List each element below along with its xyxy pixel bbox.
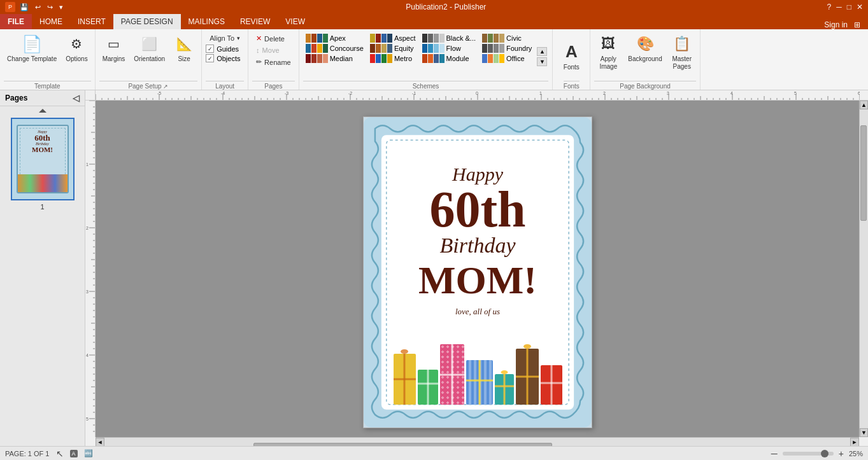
margins-button[interactable]: ▭ Margins bbox=[99, 32, 129, 65]
pages-panel: Pages ◁ Happy 60th Birthday MOM! bbox=[0, 90, 85, 446]
canvas-content: Happy 60th Birthday MOM! love, all of us bbox=[96, 101, 859, 437]
master-pages-button[interactable]: 📋 MasterPages bbox=[668, 32, 696, 73]
present-2 bbox=[418, 370, 438, 405]
more-button[interactable]: ▾ bbox=[57, 3, 65, 12]
tab-file[interactable]: FILE bbox=[0, 14, 32, 29]
ribbon-expand-icon[interactable]: ⊞ bbox=[854, 20, 860, 29]
tab-mailings[interactable]: MAILINGS bbox=[181, 14, 232, 29]
pages-collapse-button[interactable]: ◁ bbox=[73, 93, 80, 103]
schemes-section: Apex Concourse bbox=[299, 29, 553, 90]
ribbon-v-3 bbox=[451, 344, 453, 405]
orientation-icon: ⬜ bbox=[139, 34, 160, 54]
svg-text:-2: -2 bbox=[348, 91, 352, 95]
help-button[interactable]: ? bbox=[827, 3, 832, 11]
svg-text:-5: -5 bbox=[157, 91, 161, 95]
scheme-apex[interactable]: Apex bbox=[303, 33, 366, 43]
sign-in-button[interactable]: Sign in bbox=[824, 20, 848, 29]
canvas-area[interactable]: Happy 60th Birthday MOM! love, all of us bbox=[96, 101, 859, 437]
tab-page-design[interactable]: PAGE DESIGN bbox=[113, 14, 181, 29]
move-button[interactable]: ↕ Move bbox=[252, 45, 295, 55]
tab-home[interactable]: HOME bbox=[32, 14, 70, 29]
delete-button[interactable]: ✕ Delete bbox=[252, 33, 295, 44]
scroll-up-button[interactable]: ▲ bbox=[860, 101, 868, 109]
tab-view[interactable]: VIEW bbox=[278, 14, 313, 29]
page-thumbnail-1[interactable]: Happy 60th Birthday MOM! bbox=[11, 118, 75, 200]
page-nav-up[interactable] bbox=[39, 109, 46, 113]
rename-button[interactable]: ✏ Rename bbox=[252, 57, 295, 67]
ruler-v-svg: 12345678 bbox=[85, 101, 96, 437]
svg-text:5: 5 bbox=[794, 91, 797, 95]
fonts-button[interactable]: A Fonts bbox=[558, 40, 585, 73]
background-label: Background bbox=[628, 55, 662, 63]
scroll-left-button[interactable]: ◄ bbox=[96, 438, 104, 447]
scroll-thumb-v[interactable] bbox=[860, 125, 867, 221]
scheme-equity[interactable]: Equity bbox=[367, 43, 418, 53]
office-c2 bbox=[488, 54, 493, 63]
apply-image-label: ApplyImage bbox=[599, 55, 617, 71]
apex-color-3 bbox=[317, 34, 322, 43]
change-template-button[interactable]: 📄 Change Template bbox=[4, 32, 60, 65]
guides-checkbox[interactable]: ✓ Guides bbox=[206, 45, 244, 53]
scroll-thumb-h[interactable] bbox=[253, 443, 551, 447]
svg-text:3: 3 bbox=[667, 91, 669, 95]
aspect-c2 bbox=[376, 34, 381, 43]
birthday-card[interactable]: Happy 60th Birthday MOM! love, all of us bbox=[363, 116, 592, 428]
equity-colors bbox=[370, 44, 392, 53]
module-colors bbox=[422, 54, 445, 63]
equity-c1 bbox=[370, 44, 375, 53]
background-button[interactable]: 🎨 Background bbox=[625, 32, 665, 65]
median-colors bbox=[306, 54, 328, 63]
canvas-plus-vruler: 12345678 bbox=[85, 101, 859, 437]
civic-label: Civic bbox=[506, 34, 522, 42]
tab-insert[interactable]: INSERT bbox=[70, 14, 113, 29]
scroll-down-button[interactable]: ▼ bbox=[860, 428, 868, 437]
present-7 bbox=[541, 365, 562, 405]
scheme-median[interactable]: Median bbox=[303, 53, 366, 64]
undo-button[interactable]: ↩ bbox=[33, 3, 43, 12]
align-to-button[interactable]: Align To ▾ bbox=[206, 33, 244, 43]
schemes-content: Apex Concourse bbox=[303, 32, 549, 81]
page-setup-expand-icon[interactable]: ↗ bbox=[163, 83, 168, 90]
scheme-aspect[interactable]: Aspect bbox=[367, 33, 418, 43]
equity-label: Equity bbox=[394, 45, 414, 52]
equity-c4 bbox=[387, 44, 392, 53]
zoom-thumb[interactable] bbox=[821, 450, 829, 457]
scheme-concourse[interactable]: Concourse bbox=[303, 43, 366, 53]
svg-text:5: 5 bbox=[86, 417, 89, 421]
scheme-module[interactable]: Module bbox=[420, 53, 478, 64]
svg-text:0: 0 bbox=[476, 91, 478, 95]
aspect-label: Aspect bbox=[394, 34, 416, 42]
scheme-office[interactable]: Office bbox=[480, 53, 534, 64]
options-button[interactable]: ⚙ Options bbox=[62, 32, 90, 65]
redo-button[interactable]: ↪ bbox=[45, 3, 55, 12]
objects-checkbox[interactable]: ✓ Objects bbox=[206, 54, 244, 62]
scheme-foundry[interactable]: Foundry bbox=[480, 43, 534, 53]
schemes-up-button[interactable]: ▲ bbox=[537, 47, 547, 56]
scrollbar-vertical[interactable]: ▲ ▼ bbox=[859, 101, 868, 437]
apply-image-button[interactable]: 🖼 ApplyImage bbox=[594, 32, 622, 73]
schemes-down-button[interactable]: ▼ bbox=[537, 57, 547, 66]
scrollbar-horizontal[interactable]: ◄ ► bbox=[96, 437, 859, 446]
zoom-minus-button[interactable]: ─ bbox=[771, 449, 778, 459]
scheme-flow[interactable]: Flow bbox=[420, 43, 478, 53]
size-button[interactable]: 📐 Size bbox=[171, 32, 197, 65]
metro-c2 bbox=[376, 54, 381, 63]
zoom-slider[interactable] bbox=[783, 452, 834, 456]
scroll-track-v bbox=[860, 109, 868, 428]
scheme-black[interactable]: Black &... bbox=[420, 33, 478, 43]
maximize-button[interactable]: □ bbox=[847, 3, 851, 11]
metro-c1 bbox=[370, 54, 375, 63]
scheme-civic[interactable]: Civic bbox=[480, 33, 534, 43]
page-number: 1 bbox=[4, 203, 81, 211]
tab-review[interactable]: REVIEW bbox=[232, 14, 278, 29]
minimize-button[interactable]: ─ bbox=[836, 3, 842, 11]
orientation-button[interactable]: ⬜ Orientation bbox=[131, 32, 168, 65]
card-love-text: love, all of us bbox=[455, 307, 500, 317]
scheme-metro[interactable]: Metro bbox=[367, 53, 418, 64]
svg-text:3: 3 bbox=[86, 289, 89, 294]
objects-check-icon: ✓ bbox=[206, 54, 214, 62]
scroll-right-button[interactable]: ► bbox=[850, 438, 859, 447]
save-button[interactable]: 💾 bbox=[18, 3, 31, 12]
close-button[interactable]: ✕ bbox=[857, 3, 863, 11]
zoom-plus-button[interactable]: + bbox=[839, 449, 844, 459]
